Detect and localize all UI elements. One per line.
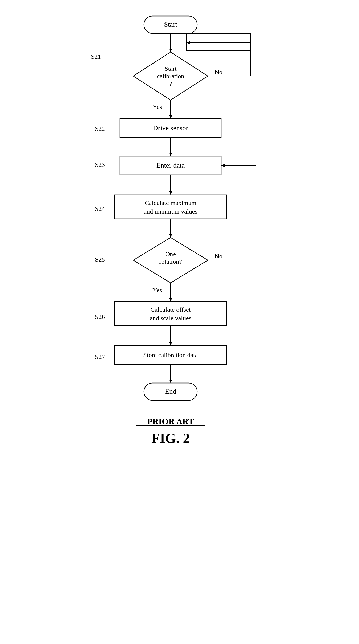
svg-marker-37 [221,164,225,167]
svg-marker-2 [169,49,172,52]
svg-text:No: No [215,253,222,260]
svg-marker-48 [169,380,172,383]
svg-rect-24 [115,195,227,219]
prior-art-label: PRIOR ART [147,417,194,426]
svg-marker-19 [169,153,172,156]
s23-label: S23 [95,161,105,168]
svg-text:rotation?: rotation? [159,258,182,265]
svg-text:Yes: Yes [153,103,162,110]
end-label: End [165,388,176,395]
svg-rect-40 [115,302,227,326]
s24-label: S24 [95,205,105,212]
s22-label: S22 [95,125,105,132]
svg-text:calibration: calibration [157,73,184,80]
svg-text:Start: Start [164,65,177,72]
s27-label: S27 [95,353,105,360]
svg-text:Calculate offset: Calculate offset [151,306,191,313]
s25-label: S25 [95,256,105,263]
svg-text:Drive sensor: Drive sensor [153,124,188,132]
svg-marker-39 [169,298,172,302]
svg-text:Enter data: Enter data [156,161,185,169]
svg-marker-15 [169,115,172,119]
diagram-container: Start S21 Start calibration ? No Yes S22 [0,0,359,644]
svg-marker-28 [169,234,172,238]
fig-label: FIG. 2 [151,431,190,446]
svg-text:Yes: Yes [153,287,162,294]
svg-rect-11 [187,33,251,51]
svg-marker-44 [169,342,172,346]
svg-text:Store calibration data: Store calibration data [143,351,198,358]
s21-label: S21 [91,53,101,60]
svg-text:and scale values: and scale values [150,315,191,322]
svg-text:Calculate maximum: Calculate maximum [145,199,196,206]
svg-text:?: ? [169,80,172,87]
s26-label: S26 [95,313,105,320]
start-label: Start [164,21,177,28]
svg-text:No: No [215,69,222,76]
svg-text:One: One [165,251,176,258]
svg-text:and minimum values: and minimum values [144,208,197,215]
svg-marker-23 [169,191,172,195]
